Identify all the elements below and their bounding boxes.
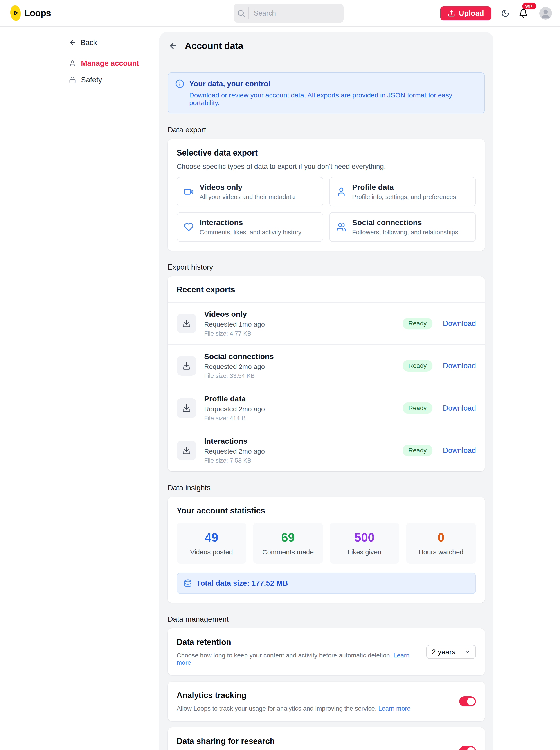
setting-title: Analytics tracking [177,691,411,700]
avatar[interactable] [539,7,552,20]
stat-label: Comments made [255,548,321,556]
status-badge: Ready [402,402,433,414]
learn-more-link[interactable]: Learn more [378,705,411,712]
loops-logo[interactable]: Loops [11,5,51,21]
analytics-toggle[interactable] [459,696,476,706]
stat-likes-given: 500 Likes given [329,522,399,564]
stat-value: 49 [179,530,244,544]
chevron-down-icon [464,649,471,655]
stat-label: Hours watched [408,548,474,556]
search-icon [234,9,248,18]
status-badge: Ready [402,318,433,329]
stat-label: Videos posted [179,548,244,556]
search-bar[interactable] [234,4,344,22]
export-options-grid: Videos only All your videos and their me… [177,177,476,242]
option-title: Videos only [200,183,295,192]
card-title: Your account statistics [177,506,476,515]
export-filesize: File size: 7.53 KB [204,457,265,464]
retention-select-value: 2 years [432,648,455,656]
export-filesize: File size: 4.77 KB [204,330,265,337]
selective-export-card: Selective data export Choose specific ty… [167,139,485,251]
total-data-size-text: Total data size: 177.52 MB [196,579,288,588]
bell-icon [519,8,528,18]
upload-button[interactable]: Upload [440,6,491,20]
setting-title: Data sharing for research [177,736,446,746]
arrow-left-icon [69,39,76,46]
option-title: Social connections [352,218,458,227]
stat-hours-watched: 0 Hours watched [406,522,476,564]
page-back-button[interactable] [168,41,178,51]
export-option-videos-only[interactable]: Videos only All your videos and their me… [177,177,323,206]
arrow-left-icon [168,41,178,51]
export-option-interactions[interactable]: Interactions Comments, likes, and activi… [177,212,323,242]
export-option-social-connections[interactable]: Social connections Followers, following,… [329,212,476,242]
stat-value: 0 [408,530,474,544]
section-label-data-export: Data export [167,125,485,134]
stat-value: 69 [255,530,321,544]
heart-icon [184,222,194,232]
export-requested: Requested 2mo ago [204,448,265,455]
status-badge: Ready [402,445,433,456]
toggle-knob [467,747,475,750]
back-label: Back [81,38,97,47]
settings-sidebar: Back Manage account Safety [0,26,159,92]
upload-icon [447,9,455,17]
user-icon [69,60,76,67]
info-banner-description: Download or review your account data. Al… [189,92,477,107]
brand-name: Loops [24,8,51,18]
download-link[interactable]: Download [443,446,476,455]
download-link[interactable]: Download [443,404,476,412]
export-title: Profile data [204,394,265,403]
users-icon [336,222,346,232]
export-row: Interactions Requested 2mo ago File size… [167,429,485,471]
analytics-tracking-card: Analytics tracking Allow Loops to track … [167,682,485,721]
lock-icon [69,76,76,83]
export-title: Videos only [204,310,265,318]
sidebar-item-manage-account[interactable]: Manage account [69,58,159,68]
header-actions: Upload 99+ [440,0,552,26]
option-description: All your videos and their metadata [200,193,295,201]
download-box-icon [177,398,196,418]
notifications-button[interactable]: 99+ [519,8,528,18]
database-icon [184,579,192,587]
retention-select[interactable]: 2 years [426,645,476,659]
stat-value: 500 [332,530,397,544]
export-row: Profile data Requested 2mo ago File size… [167,387,485,429]
card-title: Selective data export [177,148,476,158]
export-row: Videos only Requested 1mo ago File size:… [167,302,485,344]
account-statistics-card: Your account statistics 49 Videos posted… [167,497,485,603]
option-title: Profile data [352,183,456,192]
sidebar-item-label: Safety [81,76,102,84]
export-option-profile-data[interactable]: Profile data Profile info, settings, and… [329,177,476,206]
download-box-icon [177,314,196,333]
section-label-data-management: Data management [167,615,485,624]
setting-description: Allow Loops to track your usage for anal… [177,705,411,712]
top-bar: Loops Upload 99+ [0,0,560,26]
user-icon [336,187,346,197]
sidebar-item-safety[interactable]: Safety [69,75,159,85]
download-box-icon [177,356,196,376]
data-retention-card: Data retention Choose how long to keep y… [167,629,485,675]
option-description: Profile info, settings, and preferences [352,193,456,201]
card-title: Recent exports [177,285,476,294]
export-requested: Requested 2mo ago [204,363,274,371]
page-title: Account data [185,40,243,51]
setting-description-text: Allow Loops to track your usage for anal… [177,705,377,712]
divider [167,60,485,60]
upload-label: Upload [459,9,484,18]
download-link[interactable]: Download [443,361,476,370]
setting-description: Choose how long to keep your content and… [177,652,413,666]
option-title: Interactions [200,218,301,227]
section-label-data-insights: Data insights [167,483,485,492]
option-description: Comments, likes, and activity history [200,229,301,236]
export-title: Interactions [204,437,265,446]
search-input[interactable] [249,9,344,17]
dark-mode-toggle-icon[interactable] [501,9,509,18]
sidebar-back-button[interactable]: Back [69,38,159,47]
notification-badge: 99+ [522,3,536,9]
info-banner: Your data, your control Download or revi… [167,73,485,114]
research-toggle[interactable] [459,746,476,750]
status-badge: Ready [402,360,433,372]
sidebar-nav: Manage account Safety [69,58,159,85]
download-link[interactable]: Download [443,319,476,328]
